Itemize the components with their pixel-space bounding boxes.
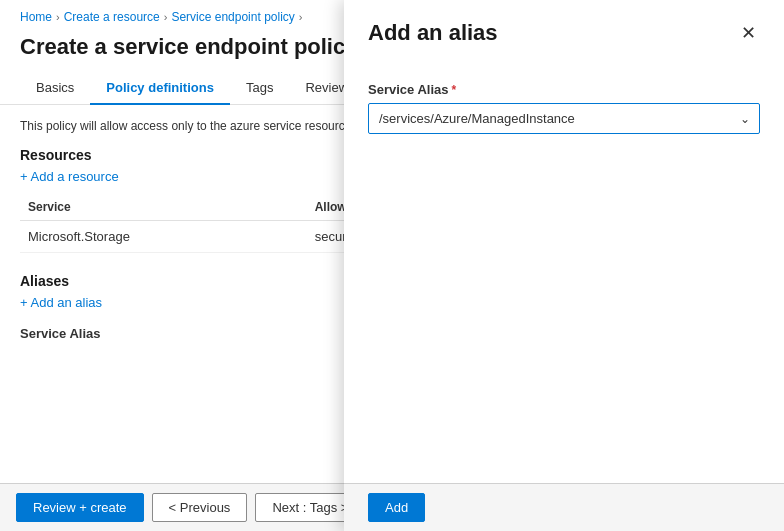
tab-tags[interactable]: Tags — [230, 72, 289, 105]
previous-button[interactable]: < Previous — [152, 493, 248, 522]
service-alias-field-label: Service Alias * — [368, 82, 760, 97]
cell-service: Microsoft.Storage — [20, 221, 307, 253]
add-alias-panel: Add an alias ✕ Service Alias * /services… — [344, 0, 784, 531]
breadcrumb-sep-3: › — [299, 11, 303, 23]
service-alias-select[interactable]: /services/Azure/ManagedInstance/services… — [368, 103, 760, 134]
required-star: * — [451, 83, 456, 97]
col-service: Service — [20, 194, 307, 221]
breadcrumb-service-endpoint[interactable]: Service endpoint policy — [171, 10, 294, 24]
panel-header: Add an alias ✕ — [344, 0, 784, 62]
add-resource-link[interactable]: + Add a resource — [20, 169, 119, 184]
panel-title: Add an alias — [368, 20, 498, 46]
page-title: Create a service endpoint policy — [20, 34, 357, 60]
main-page: Home › Create a resource › Service endpo… — [0, 0, 784, 531]
panel-add-button[interactable]: Add — [368, 493, 425, 522]
close-icon: ✕ — [741, 23, 756, 43]
tab-policy-definitions[interactable]: Policy definitions — [90, 72, 230, 105]
breadcrumb-sep-2: › — [164, 11, 168, 23]
panel-close-button[interactable]: ✕ — [737, 20, 760, 46]
tab-basics[interactable]: Basics — [20, 72, 90, 105]
add-alias-link[interactable]: + Add an alias — [20, 295, 102, 310]
service-alias-select-wrapper: /services/Azure/ManagedInstance/services… — [368, 103, 760, 134]
review-create-button[interactable]: Review + create — [16, 493, 144, 522]
breadcrumb-sep-1: › — [56, 11, 60, 23]
panel-bottom-bar: Add — [344, 483, 784, 531]
breadcrumb-home[interactable]: Home — [20, 10, 52, 24]
panel-body: Service Alias * /services/Azure/ManagedI… — [344, 62, 784, 154]
breadcrumb-create-resource[interactable]: Create a resource — [64, 10, 160, 24]
